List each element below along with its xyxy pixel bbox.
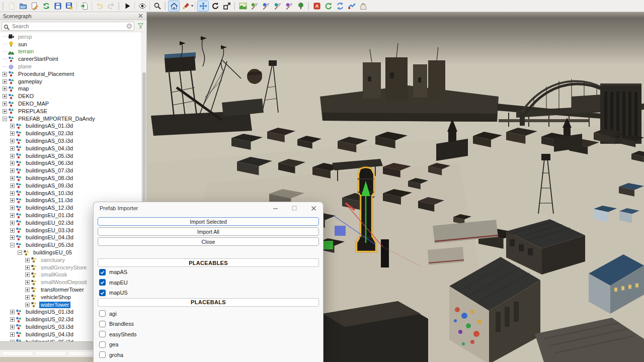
tree-item-gameplay[interactable]: gameplay	[0, 78, 142, 85]
maximize-icon[interactable]	[285, 202, 304, 214]
close-icon[interactable]	[304, 202, 323, 214]
tree-item-Procedural_Placement[interactable]: Procedural_Placement	[0, 70, 142, 78]
expand-toggle-icon[interactable]	[10, 340, 15, 341]
terrain-raise-button[interactable]	[237, 1, 248, 11]
import-selected-button[interactable]: Import Selected	[98, 217, 319, 226]
tree-item-buildingsAS_05.i3d[interactable]: buildingsAS_05.i3d	[0, 152, 142, 160]
save-as-button[interactable]	[64, 1, 74, 11]
dialog-titlebar[interactable]: Prefab Importer	[94, 202, 323, 214]
rotate-button[interactable]	[210, 1, 220, 11]
expand-toggle-icon[interactable]	[10, 332, 15, 337]
minimize-icon[interactable]	[266, 202, 285, 214]
import-file-button[interactable]	[79, 1, 90, 11]
checkbox-row-agi[interactable]: agi	[98, 309, 319, 319]
paint-brush-button[interactable]	[181, 1, 191, 11]
redo-button[interactable]	[106, 1, 116, 11]
expand-toggle-icon[interactable]	[10, 146, 15, 151]
expand-toggle-icon[interactable]	[25, 258, 30, 262]
save-button[interactable]	[52, 1, 63, 11]
expand-toggle-icon[interactable]	[10, 131, 15, 136]
expand-toggle-icon[interactable]	[10, 317, 15, 322]
toolbar-grip[interactable]	[117, 2, 120, 11]
expand-toggle-icon[interactable]	[10, 176, 15, 180]
terrain-foliage-button[interactable]	[272, 1, 283, 11]
checkbox-row-Brandless[interactable]: Brandless	[98, 319, 319, 329]
tree-item-PREFAB_IMPORTER_DaAndy[interactable]: PREFAB_IMPORTER_DaAndy	[0, 115, 142, 123]
tree-item-buildingsAS_04.i3d[interactable]: buildingsAS_04.i3d	[0, 145, 142, 152]
tree-item-buildingsAS_06.i3d[interactable]: buildingsAS_06.i3d	[0, 160, 142, 167]
move-button[interactable]	[197, 1, 209, 12]
tree-item-buildingsAS_09.i3d[interactable]: buildingsAS_09.i3d	[0, 182, 142, 190]
edit-document-button[interactable]	[29, 1, 40, 11]
checkbox-unchecked-icon[interactable]	[99, 341, 106, 348]
tree-brush-button[interactable]	[295, 1, 306, 11]
expand-toggle-icon[interactable]	[25, 288, 30, 292]
checkbox-row-mapUS[interactable]: mapUS	[98, 288, 319, 298]
checkbox-row-easySheds[interactable]: easySheds	[98, 329, 319, 340]
checkbox-row-partial[interactable]	[98, 360, 319, 362]
expand-toggle-icon[interactable]	[10, 124, 15, 128]
tree-item-buildingsAS_10.i3d[interactable]: buildingsAS_10.i3d	[0, 190, 142, 197]
script-arrows-button[interactable]	[346, 1, 357, 11]
expand-toggle-icon[interactable]	[10, 228, 15, 233]
terrain-smooth-button[interactable]	[249, 1, 260, 11]
tree-item-map[interactable]: map	[0, 85, 142, 93]
tree-item-persp[interactable]: persp	[0, 33, 142, 41]
expand-toggle-icon[interactable]	[10, 243, 15, 247]
checkbox-row-groha[interactable]: groha	[98, 350, 319, 360]
tree-item-buildingsAS_07.i3d[interactable]: buildingsAS_07.i3d	[0, 167, 142, 174]
expand-toggle-icon[interactable]	[10, 168, 15, 173]
expand-toggle-icon[interactable]	[2, 117, 8, 121]
checkbox-row-mapEU[interactable]: mapEU	[98, 278, 319, 288]
scale-button[interactable]	[221, 1, 232, 11]
tree-item-PREPLASE[interactable]: PREPLASE	[0, 108, 142, 115]
expand-toggle-icon[interactable]	[10, 191, 15, 196]
tree-item-buildingsAS_03.i3d[interactable]: buildingsAS_03.i3d	[0, 137, 142, 145]
new-file-button[interactable]	[6, 1, 17, 11]
refresh-button[interactable]	[41, 1, 51, 11]
expand-toggle-icon[interactable]	[10, 139, 15, 143]
expand-toggle-icon[interactable]	[10, 161, 15, 165]
open-folder-button[interactable]	[18, 1, 28, 11]
toolbar-grip[interactable]	[164, 2, 166, 11]
sync-arrows-button[interactable]	[335, 1, 345, 11]
tree-item-careerStartPoint[interactable]: careerStartPoint	[0, 55, 142, 63]
undo-button[interactable]	[94, 1, 105, 11]
tree-item-DEKO[interactable]: DEKO	[0, 93, 142, 100]
expand-toggle-icon[interactable]	[2, 72, 8, 76]
close-button[interactable]: Close	[98, 237, 319, 246]
checkbox-checked-icon[interactable]	[99, 290, 106, 296]
tree-item-plane[interactable]: plane	[0, 63, 142, 70]
expand-toggle-icon[interactable]	[10, 213, 15, 218]
search-clear-icon[interactable]	[126, 23, 132, 29]
filter-funnel-icon[interactable]	[136, 22, 145, 30]
checkbox-row-gea[interactable]: gea	[98, 339, 319, 350]
expand-toggle-icon[interactable]	[25, 303, 30, 307]
tree-item-buildingsAS_01.i3d[interactable]: buildingsAS_01.i3d	[0, 123, 142, 130]
dropdown-caret-icon[interactable]: ▾	[191, 4, 193, 8]
expand-toggle-icon[interactable]	[10, 235, 15, 240]
tree-item-sun[interactable]: sun	[0, 41, 142, 48]
home-button[interactable]	[168, 1, 180, 12]
import-all-button[interactable]: Import All	[98, 227, 319, 236]
expand-toggle-icon[interactable]	[2, 86, 8, 91]
checkbox-unchecked-icon[interactable]	[99, 321, 106, 327]
refresh-green-button[interactable]	[323, 1, 334, 11]
expand-toggle-icon[interactable]	[10, 154, 15, 158]
expand-toggle-icon[interactable]	[10, 184, 15, 188]
checkbox-row-mapAS[interactable]: mapAS	[98, 267, 319, 278]
toolbar-grip[interactable]	[307, 2, 309, 11]
expand-toggle-icon[interactable]	[17, 250, 23, 255]
expand-toggle-icon[interactable]	[2, 102, 8, 106]
search-input[interactable]	[2, 23, 126, 30]
expand-toggle-icon[interactable]	[10, 221, 15, 225]
terrain-paint-button[interactable]	[261, 1, 271, 11]
expand-toggle-icon[interactable]	[2, 79, 8, 84]
expand-toggle-icon[interactable]	[10, 310, 15, 314]
eye-button[interactable]	[137, 1, 147, 11]
expand-toggle-icon[interactable]	[25, 280, 30, 285]
expand-toggle-icon[interactable]	[10, 325, 15, 329]
checkbox-unchecked-icon[interactable]	[99, 331, 106, 337]
tree-item-DEKO_MAP[interactable]: DEKO_MAP	[0, 100, 142, 108]
tree-item-buildingsAS_02.i3d[interactable]: buildingsAS_02.i3d	[0, 130, 142, 137]
